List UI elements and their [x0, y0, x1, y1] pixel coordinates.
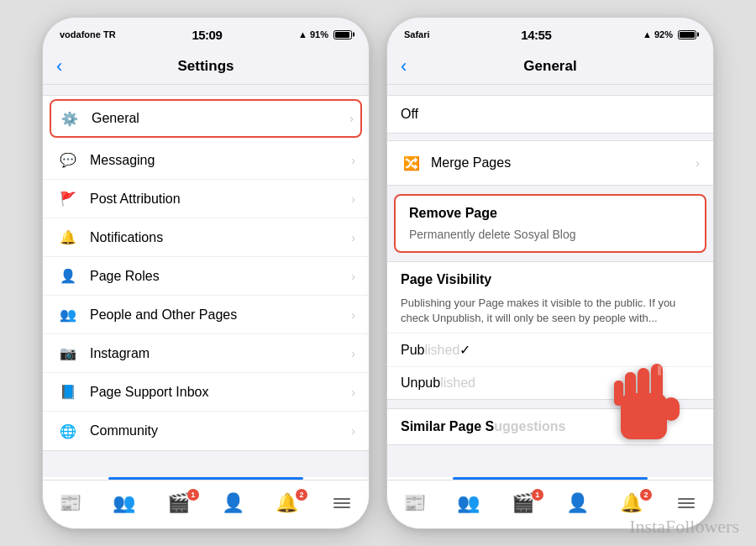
status-bar-right: Safari 14:55 ▲ 92% — [387, 18, 713, 48]
general-icon: ⚙️ — [58, 107, 81, 130]
instagram-label: Instagram — [90, 346, 348, 361]
settings-item-people-other[interactable]: 👥 People and Other Pages › — [43, 296, 369, 334]
main-container: vodafone TR 15:09 ▲ 91% ‹ Settings ⚙️ Ge… — [0, 0, 756, 546]
location-icon-right: ▲ 92% — [643, 29, 673, 39]
merge-chevron: › — [696, 156, 700, 170]
remove-page-box[interactable]: Remove Page Permanently delete Sosyal Bl… — [394, 194, 706, 253]
chevron-general: › — [349, 112, 354, 125]
page-title-right: General — [523, 58, 576, 75]
chevron-instagram: › — [351, 347, 355, 360]
messaging-icon: 💬 — [56, 149, 80, 172]
chevron-messaging: › — [351, 154, 355, 167]
messaging-label: Messaging — [90, 153, 348, 168]
people-icon-right: 👥 — [457, 492, 480, 514]
nav-header-left: ‹ Settings — [43, 48, 369, 85]
tab-notifications-right[interactable]: 🔔 2 — [615, 492, 648, 514]
battery-left — [333, 30, 352, 39]
page-visibility-desc: Publishing your Page makes it visible to… — [387, 292, 713, 333]
general-label: General — [92, 111, 346, 126]
chevron-page-support: › — [351, 386, 355, 399]
tab-news-right[interactable]: 📰 — [397, 492, 431, 514]
tab-people-right[interactable]: 👥 — [452, 492, 486, 514]
phone-left: vodafone TR 15:09 ▲ 91% ‹ Settings ⚙️ Ge… — [42, 17, 370, 529]
chevron-post-attribution: › — [351, 192, 355, 206]
notifications-label: Notifications — [90, 230, 348, 245]
remove-page-title: Remove Page — [396, 196, 705, 224]
similar-pages-label: Similar Page Suggestions — [401, 419, 566, 433]
general-content: Off 🔀 Merge Pages › Remove Page Permanen… — [387, 85, 713, 477]
chevron-page-roles: › — [351, 270, 355, 283]
similar-pages-section: Similar Page Suggestions — [387, 408, 713, 445]
merge-pages-item[interactable]: 🔀 Merge Pages › — [387, 141, 713, 185]
notifications-badge-right: 2 — [640, 489, 652, 501]
news-icon-right: 📰 — [403, 492, 426, 514]
right-icons-left: ▲ 91% — [298, 29, 352, 39]
profile-icon-left: 👤 — [222, 492, 244, 514]
settings-item-page-roles[interactable]: 👤 Page Roles › — [43, 257, 369, 296]
page-visibility-title: Page Visibility — [387, 262, 713, 292]
tab-profile-left[interactable]: 👤 — [216, 492, 249, 514]
back-button-right[interactable]: ‹ — [401, 55, 407, 77]
location-icon-left: ▲ 91% — [298, 29, 328, 39]
tab-news-left[interactable]: 📰 — [53, 492, 87, 514]
merge-pages-label: Merge Pages — [431, 155, 511, 171]
tab-menu-right[interactable] — [669, 498, 703, 508]
published-option[interactable]: Published ✓ — [387, 333, 713, 366]
nav-header-right: ‹ General — [387, 48, 713, 85]
people-icon-left: 👥 — [113, 492, 135, 514]
carrier-right: Safari — [404, 29, 430, 39]
post-attribution-label: Post Attribution — [90, 192, 348, 207]
community-label: Community — [90, 423, 348, 438]
tab-profile-right[interactable]: 👤 — [560, 492, 594, 514]
video-badge-left: 1 — [187, 489, 199, 501]
off-option[interactable]: Off — [387, 96, 713, 133]
settings-item-instagram[interactable]: 📷 Instagram › — [43, 334, 369, 373]
unpublished-label: Unpublished — [401, 375, 475, 391]
chevron-community: › — [351, 424, 355, 438]
battery-right — [678, 30, 696, 39]
time-right: 14:55 — [521, 28, 551, 42]
tab-video-left[interactable]: 🎬 1 — [162, 492, 196, 514]
phone-right: Safari 14:55 ▲ 92% ‹ General Off — [386, 17, 714, 529]
menu-icon-left — [333, 498, 350, 508]
settings-item-notifications[interactable]: 🔔 Notifications › — [43, 218, 369, 257]
tab-notifications-left[interactable]: 🔔 2 — [270, 492, 304, 514]
off-group: Off — [387, 95, 713, 134]
settings-list: ⚙️ General › 💬 Messaging › 🚩 Post Attrib… — [43, 85, 369, 477]
merge-icon: 🔀 — [401, 152, 423, 174]
community-icon: 🌐 — [56, 419, 80, 443]
tab-bar-left: 📰 👥 🎬 1 👤 🔔 2 — [43, 480, 369, 528]
carrier-left: vodafone TR — [60, 29, 116, 39]
remove-page-subtitle: Permanently delete Sosyal Blog — [396, 224, 705, 251]
menu-icon-right — [678, 498, 695, 508]
back-button-left[interactable]: ‹ — [56, 55, 62, 77]
settings-item-post-attribution[interactable]: 🚩 Post Attribution › — [43, 180, 369, 218]
news-icon-left: 📰 — [59, 492, 81, 514]
notifications-badge-left: 2 — [296, 489, 307, 501]
tab-menu-left[interactable] — [325, 498, 359, 508]
tab-video-right[interactable]: 🎬 1 — [507, 492, 540, 514]
chevron-notifications: › — [351, 231, 355, 244]
profile-icon-right: 👤 — [566, 492, 589, 514]
tab-people-left[interactable]: 👥 — [108, 492, 141, 514]
right-icons-right: ▲ 92% — [643, 29, 696, 39]
settings-group-left: ⚙️ General › 💬 Messaging › 🚩 Post Attrib… — [43, 95, 369, 451]
instagram-icon: 📷 — [56, 342, 80, 365]
merge-pages-group: 🔀 Merge Pages › — [387, 140, 713, 186]
people-other-icon: 👥 — [56, 303, 80, 327]
settings-item-community[interactable]: 🌐 Community › — [43, 412, 369, 450]
settings-item-messaging[interactable]: 💬 Messaging › — [43, 141, 369, 180]
time-left: 15:09 — [192, 28, 222, 42]
settings-item-page-support[interactable]: 📘 Page Support Inbox › — [43, 373, 369, 412]
status-bar-left: vodafone TR 15:09 ▲ 91% — [43, 18, 369, 48]
page-roles-icon: 👤 — [56, 265, 80, 288]
page-support-label: Page Support Inbox — [90, 385, 348, 400]
post-attribution-icon: 🚩 — [56, 187, 80, 211]
people-other-label: People and Other Pages — [90, 307, 348, 323]
settings-item-general[interactable]: ⚙️ General › — [50, 99, 362, 138]
notifications-icon: 🔔 — [56, 226, 80, 249]
unpublished-option[interactable]: Unpublished — [387, 366, 713, 399]
published-check: ✓ — [459, 342, 470, 358]
published-label: Published — [401, 343, 459, 358]
page-roles-label: Page Roles — [90, 269, 348, 284]
